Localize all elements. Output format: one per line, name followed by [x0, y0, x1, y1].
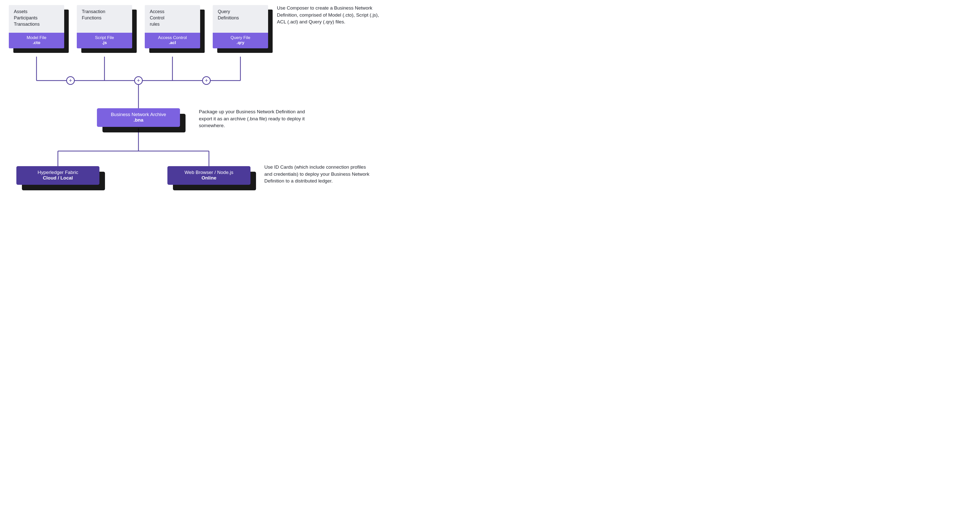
file-card-desc: Query Definitions — [213, 5, 268, 33]
file-card-footer: Query File .qry — [213, 33, 268, 48]
plus-icon: + — [134, 76, 143, 85]
description-top: Use Composer to create a Business Networ… — [277, 5, 385, 25]
file-card-acl: Access Control rules Access Control .acl — [145, 5, 200, 48]
file-card-footer: Model File .cto — [9, 33, 64, 48]
file-card-footer: Access Control .acl — [145, 33, 200, 48]
plus-icon: + — [66, 76, 75, 85]
file-card-footer: Script File .js — [77, 33, 132, 48]
file-card-desc: Transaction Functions — [77, 5, 132, 33]
file-card-desc: Assets Participants Transactions — [9, 5, 64, 33]
plus-icon: + — [202, 76, 211, 85]
file-card-model: Assets Participants Transactions Model F… — [9, 5, 64, 48]
description-middle: Package up your Business Network Definit… — [199, 108, 307, 129]
deploy-card-fabric: Hyperledger Fabric Cloud / Local — [16, 166, 99, 185]
bna-card: Business Network Archive .bna — [97, 108, 180, 127]
file-card-desc: Access Control rules — [145, 5, 200, 33]
diagram-canvas: + + + Assets Participants Transactions M… — [0, 0, 388, 201]
description-bottom: Use ID Cards (which include connection p… — [264, 164, 372, 185]
file-card-query: Query Definitions Query File .qry — [213, 5, 268, 48]
file-card-script: Transaction Functions Script File .js — [77, 5, 132, 48]
deploy-card-web: Web Browser / Node.js Online — [167, 166, 250, 185]
